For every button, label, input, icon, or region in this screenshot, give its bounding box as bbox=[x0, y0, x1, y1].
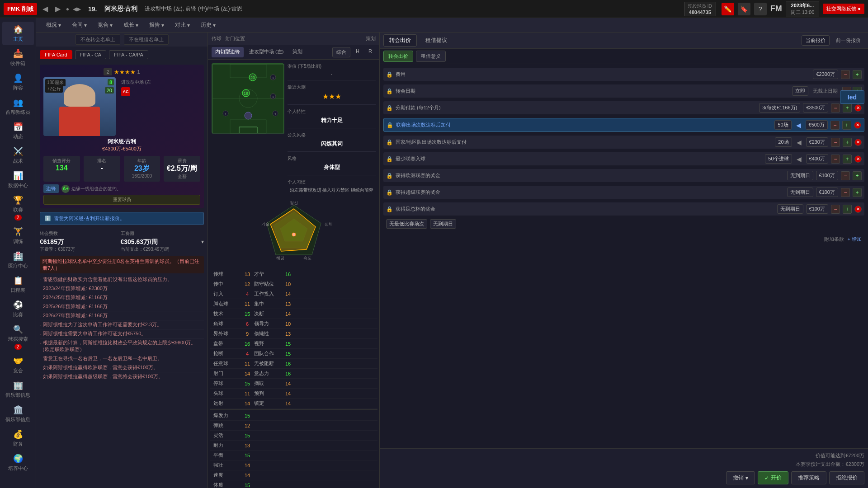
sidebar-item-schedule[interactable]: 📋 日程表 bbox=[2, 273, 34, 296]
super-minus-btn[interactable]: − bbox=[841, 188, 850, 197]
sidebar-item-inbox[interactable]: 📥 收件箱 bbox=[2, 46, 34, 70]
sidebar-item-youth[interactable]: 🌍 培养中心 bbox=[2, 451, 34, 474]
reject-btn[interactable]: 拒绝报价 bbox=[829, 471, 864, 484]
installment-dropdown[interactable]: 3(每次€1166万) bbox=[759, 103, 800, 113]
recommend-btn[interactable]: 推荐策略 bbox=[791, 471, 826, 484]
help-icon[interactable]: ? bbox=[754, 3, 767, 15]
sidebar-item-scout[interactable]: 🔍 球探搜索 2 bbox=[2, 322, 34, 352]
total-plus-btn[interactable]: + bbox=[843, 205, 852, 214]
role-tab-3[interactable]: 策划 bbox=[289, 47, 306, 57]
expiry-dropdown[interactable]: 无到期日 bbox=[430, 219, 456, 229]
total-amount[interactable]: €100万 bbox=[806, 204, 828, 214]
player-stars-mid: ★★★ bbox=[288, 92, 376, 101]
sidebar-item-medical[interactable]: 🏥 医疗中心 bbox=[2, 249, 34, 272]
combined-tab[interactable]: 综合 bbox=[332, 47, 350, 57]
nav-contract[interactable]: 合同 ▾ bbox=[67, 19, 91, 31]
national-dropdown[interactable]: 20场 bbox=[775, 137, 792, 147]
super-dropdown[interactable]: 无到期日 bbox=[787, 188, 813, 197]
expand-transfer-btn[interactable]: ▾ bbox=[201, 230, 204, 253]
nav-forward-btn[interactable]: ▶ bbox=[53, 5, 62, 13]
super-amount[interactable]: €100万 bbox=[816, 188, 838, 197]
nav-compare[interactable]: 对比 ▾ bbox=[170, 19, 194, 31]
fifa-card-tab[interactable]: FIFA Card bbox=[40, 50, 72, 59]
total-minus-btn[interactable]: − bbox=[831, 205, 840, 214]
euro-amount[interactable]: €100万 bbox=[816, 171, 838, 180]
fee-lock-icon: 🔒 bbox=[386, 71, 393, 78]
rental-suggestion-btn[interactable]: 租借意义 bbox=[416, 51, 446, 62]
prev-price-tab[interactable]: 前一份报价 bbox=[832, 36, 864, 45]
goals-plus-btn[interactable]: + bbox=[843, 155, 852, 164]
sidebar-item-club-info2[interactable]: 🏛️ 俱乐部信息 bbox=[2, 402, 34, 426]
national-minus-btn[interactable]: − bbox=[831, 138, 840, 147]
r-tab[interactable]: R bbox=[365, 47, 376, 57]
dismiss-btn[interactable]: 撤销 ▾ bbox=[726, 471, 755, 484]
sidebar-item-tactics[interactable]: ⚔️ 战术 bbox=[2, 144, 34, 167]
personality-val: 精力十足 bbox=[288, 117, 376, 124]
euro-minus-btn[interactable]: − bbox=[841, 171, 850, 180]
sidebar-item-coop[interactable]: 🤝 竞合 bbox=[2, 353, 34, 377]
installment-plus-btn[interactable]: + bbox=[843, 103, 852, 113]
fifa-capa-tab[interactable]: FIFA - CA/PA bbox=[109, 50, 148, 59]
sidebar-item-training[interactable]: 🏋️ 训练 bbox=[2, 224, 34, 248]
total-remove-btn[interactable]: ✕ bbox=[854, 206, 862, 213]
league-appearances-dropdown[interactable]: 50场 bbox=[774, 120, 791, 130]
euro-plus-btn[interactable]: + bbox=[853, 171, 862, 180]
installment-remove-btn[interactable]: ✕ bbox=[854, 104, 862, 112]
league-arrow-left[interactable]: ◀ bbox=[794, 122, 803, 129]
nav-history[interactable]: 历史 ▾ bbox=[196, 19, 220, 31]
offer-btn[interactable]: ✓ 开价 bbox=[758, 471, 788, 484]
goals-remove-btn[interactable]: ✕ bbox=[854, 155, 862, 163]
edit-icon[interactable]: ✏️ bbox=[722, 3, 734, 15]
svg-text:20: 20 bbox=[250, 75, 255, 80]
svg-point-15 bbox=[245, 112, 252, 119]
installment-amount[interactable]: €3500万 bbox=[803, 103, 828, 113]
total-dropdown[interactable]: 无到期日 bbox=[777, 204, 803, 214]
current-price-tab[interactable]: 当前报价 bbox=[802, 35, 830, 46]
euro-dropdown[interactable]: 无到期日 bbox=[787, 171, 813, 180]
super-plus-btn[interactable]: + bbox=[853, 188, 862, 197]
league-remove-btn[interactable]: ✕ bbox=[854, 122, 861, 129]
social-btn[interactable]: 社交网络反馈 ● bbox=[823, 4, 864, 14]
sidebar-item-finance[interactable]: 💰 财务 bbox=[2, 427, 34, 450]
goals-amount[interactable]: €400万 bbox=[806, 154, 828, 164]
goals-minus-btn[interactable]: − bbox=[831, 155, 840, 164]
national-plus-btn[interactable]: + bbox=[843, 138, 852, 147]
league-minus-btn[interactable]: − bbox=[830, 121, 840, 130]
sidebar-item-squad[interactable]: 👤 阵容 bbox=[2, 70, 34, 94]
sidebar-item-league[interactable]: 🏆 联赛 2 bbox=[2, 192, 34, 223]
goals-dropdown[interactable]: 50个进球 bbox=[765, 154, 792, 164]
fee-plus-btn[interactable]: + bbox=[853, 70, 862, 79]
league-plus-btn[interactable]: + bbox=[842, 121, 851, 130]
add-clause-btn[interactable]: + 增加 bbox=[848, 236, 862, 243]
goals-arrow-left[interactable]: ◀ bbox=[795, 155, 803, 163]
transfer-sale-btn[interactable]: 转会出价 bbox=[383, 51, 413, 62]
league-appearances-amount[interactable]: €500万 bbox=[806, 120, 828, 130]
nav-coop[interactable]: 竞合 ▾ bbox=[93, 19, 117, 31]
national-amount[interactable]: €230万 bbox=[806, 137, 828, 147]
date-dropdown[interactable]: 立即 bbox=[792, 86, 808, 96]
nav-growth[interactable]: 成长 ▾ bbox=[119, 19, 143, 31]
loan-offer-tab[interactable]: 租借提议 bbox=[420, 34, 453, 47]
sidebar-item-data[interactable]: 📊 数据中心 bbox=[2, 168, 34, 192]
h-tab[interactable]: H bbox=[352, 47, 363, 57]
nav-back-btn[interactable]: ◀ bbox=[41, 5, 50, 13]
sidebar-item-club-info[interactable]: 🏢 俱乐部信息 bbox=[2, 378, 34, 401]
min-matches-dropdown[interactable]: 无最低比赛场次 bbox=[386, 219, 427, 229]
bookmark-icon[interactable]: 🔖 bbox=[738, 3, 750, 15]
role-tab-1[interactable]: 内切型边锋 bbox=[212, 47, 244, 57]
fifa-ca-tab[interactable]: FIFA - CA bbox=[75, 50, 107, 59]
national-arrow-left[interactable]: ◀ bbox=[795, 139, 803, 146]
sidebar-item-coaches[interactable]: 👥 首席教练员 bbox=[2, 95, 34, 118]
add-clause-label: 附加条款 bbox=[824, 236, 844, 243]
sidebar-item-dynamics[interactable]: 📅 动态 bbox=[2, 119, 34, 143]
nav-overview[interactable]: 概况 ▾ bbox=[42, 19, 66, 31]
sidebar-item-match[interactable]: ⚽ 比赛 bbox=[2, 297, 34, 321]
transfer-offer-tab[interactable]: 转会出价 bbox=[383, 34, 417, 47]
installment-minus-btn[interactable]: − bbox=[831, 103, 840, 113]
role-tab-2[interactable]: 进攻型中场 (左) bbox=[245, 47, 287, 57]
sidebar-item-home[interactable]: 🏠 主页 bbox=[2, 22, 34, 45]
nav-report[interactable]: 报告 ▾ bbox=[145, 19, 169, 31]
national-remove-btn[interactable]: ✕ bbox=[854, 139, 862, 146]
fee-value-display[interactable]: €2300万 bbox=[813, 70, 838, 79]
fee-minus-btn[interactable]: − bbox=[841, 70, 850, 79]
